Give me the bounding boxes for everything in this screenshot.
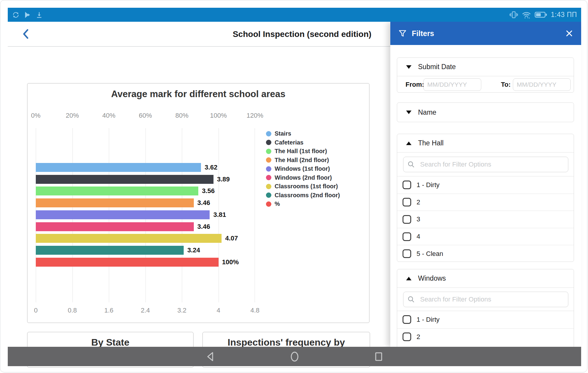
the-hall-options: 1 - Dirty2345 - Clean bbox=[397, 176, 574, 262]
legend-label: Stairs bbox=[275, 130, 291, 137]
checkbox-unchecked[interactable] bbox=[403, 215, 411, 224]
bar-cafeterias bbox=[36, 175, 213, 184]
status-bar-right: 1:43 ПП bbox=[509, 11, 577, 19]
the-hall-option-row[interactable]: 1 - Dirty bbox=[397, 176, 574, 194]
bar-row: 3.56 bbox=[36, 186, 215, 195]
page-title: School Inspection (second edition) bbox=[233, 22, 371, 47]
windows-option-row[interactable]: 1 - Dirty bbox=[397, 311, 574, 328]
nav-back-icon[interactable] bbox=[205, 351, 216, 362]
windows-search-input[interactable] bbox=[403, 292, 568, 307]
legend-item: The Hall (2nd floor) bbox=[266, 156, 340, 165]
to-label: To: bbox=[501, 81, 511, 88]
the-hall-label: The Hall bbox=[418, 139, 444, 147]
play-store-icon bbox=[24, 11, 31, 19]
chart-legend: StairsCafeteriasThe Hall (1st floor)The … bbox=[266, 129, 340, 209]
legend-label: Cafeterias bbox=[275, 139, 304, 146]
bar-classrooms-2nd-floor- bbox=[36, 246, 184, 255]
filters-panel: Filters Submit Date From: To: bbox=[390, 22, 581, 347]
date-from-input[interactable] bbox=[423, 78, 481, 91]
the-hall-option-row[interactable]: 5 - Clean bbox=[397, 245, 574, 262]
the-hall-option-row[interactable]: 2 bbox=[397, 194, 574, 211]
filter-option-label: 3 bbox=[417, 215, 420, 223]
legend-item: Classrooms (1st floor) bbox=[266, 182, 340, 191]
close-filters-button[interactable] bbox=[565, 29, 573, 38]
app-header: School Inspection (second edition) bbox=[8, 22, 390, 47]
date-to-input[interactable] bbox=[513, 78, 571, 91]
chart-plot-area: 3.623.893.563.463.813.464.073.24100% bbox=[36, 128, 255, 302]
legend-label: The Hall (1st floor) bbox=[275, 148, 327, 155]
checkbox-unchecked[interactable] bbox=[403, 315, 411, 324]
the-hall-search-input[interactable] bbox=[403, 157, 568, 172]
bar-row: 3.89 bbox=[36, 175, 230, 184]
nav-home-icon[interactable] bbox=[290, 351, 300, 363]
download-icon bbox=[35, 11, 43, 19]
legend-swatch-icon bbox=[266, 166, 271, 172]
bottom-axis-tick: 0.8 bbox=[68, 307, 77, 314]
vibrate-icon bbox=[509, 11, 518, 19]
legend-swatch-icon bbox=[266, 131, 271, 136]
name-section-header[interactable]: Name bbox=[397, 103, 574, 122]
chevron-up-icon bbox=[406, 277, 411, 280]
windows-option-row[interactable]: 2 bbox=[397, 328, 574, 346]
back-button[interactable] bbox=[21, 28, 31, 41]
legend-label: Classrooms (2nd floor) bbox=[275, 192, 340, 199]
filter-section-windows: Windows 1 - Dirty2 bbox=[397, 269, 574, 347]
legend-label: % bbox=[275, 201, 280, 207]
bottom-axis-tick: 1.6 bbox=[104, 307, 114, 314]
filter-option-label: 5 - Clean bbox=[417, 250, 443, 258]
top-axis-tick: 20% bbox=[66, 112, 79, 119]
bar-the-hall-2nd-floor- bbox=[36, 198, 194, 207]
bar-the-hall-1st-floor- bbox=[36, 186, 198, 195]
nav-recents-icon[interactable] bbox=[374, 351, 384, 362]
submit-date-section-header[interactable]: Submit Date bbox=[397, 58, 574, 76]
legend-item: Classrooms (2nd floor) bbox=[266, 191, 340, 200]
legend-item: Cafeterias bbox=[266, 138, 340, 147]
the-hall-search-zone bbox=[397, 153, 574, 176]
gridline bbox=[255, 128, 255, 302]
filter-section-the-hall: The Hall 1 - Dirty2345 - Clean bbox=[397, 134, 574, 262]
bar-row: 3.81 bbox=[36, 210, 226, 219]
bar-value-label: 3.56 bbox=[202, 187, 215, 195]
top-axis-tick: 100% bbox=[210, 112, 227, 119]
the-hall-option-row[interactable]: 3 bbox=[397, 211, 574, 228]
bar-row: 3.62 bbox=[36, 163, 217, 172]
bar-row: 3.46 bbox=[36, 198, 210, 207]
back-chevron-icon bbox=[21, 28, 31, 40]
date-range-row: From: To: bbox=[397, 76, 574, 93]
bar-windows-2nd-floor- bbox=[36, 222, 194, 231]
bar-value-label: 3.89 bbox=[217, 175, 230, 183]
bar-value-label: 3.24 bbox=[187, 246, 200, 254]
legend-label: The Hall (2nd floor) bbox=[275, 157, 329, 164]
top-axis-tick: 0% bbox=[31, 112, 41, 119]
bar-windows-1st-floor- bbox=[36, 210, 210, 219]
battery-icon bbox=[535, 11, 547, 18]
status-bar: 1:43 ПП bbox=[8, 8, 581, 22]
chevron-down-icon bbox=[406, 111, 411, 114]
checkbox-unchecked[interactable] bbox=[403, 332, 411, 341]
legend-item: % bbox=[266, 200, 340, 209]
filter-option-label: 2 bbox=[417, 198, 420, 206]
bottom-axis-tick: 0 bbox=[34, 307, 38, 314]
bottom-axis-tick: 4.8 bbox=[250, 307, 260, 314]
checkbox-unchecked[interactable] bbox=[403, 181, 411, 189]
checkbox-unchecked[interactable] bbox=[403, 198, 411, 206]
chart-top-axis: 0%20%40%60%80%100%120% bbox=[36, 112, 255, 119]
the-hall-option-row[interactable]: 4 bbox=[397, 228, 574, 245]
close-icon bbox=[565, 29, 573, 38]
checkbox-unchecked[interactable] bbox=[403, 232, 411, 241]
windows-search-zone bbox=[397, 288, 574, 311]
chevron-down-icon bbox=[406, 65, 411, 69]
top-axis-tick: 120% bbox=[247, 112, 263, 119]
submit-date-label: Submit Date bbox=[418, 63, 456, 71]
windows-section-header[interactable]: Windows bbox=[397, 269, 574, 288]
bar-value-label: 3.46 bbox=[197, 223, 210, 231]
bar-row: 3.24 bbox=[36, 246, 200, 255]
checkbox-unchecked[interactable] bbox=[403, 249, 411, 258]
bar-row: 100% bbox=[36, 258, 239, 267]
status-time: 1:43 ПП bbox=[551, 11, 577, 19]
from-label: From: bbox=[406, 81, 424, 88]
filters-panel-header: Filters bbox=[390, 22, 581, 45]
the-hall-section-header[interactable]: The Hall bbox=[397, 134, 574, 153]
legend-item: The Hall (1st floor) bbox=[266, 147, 340, 156]
main-content: School Inspection (second edition) Avera… bbox=[8, 22, 390, 347]
